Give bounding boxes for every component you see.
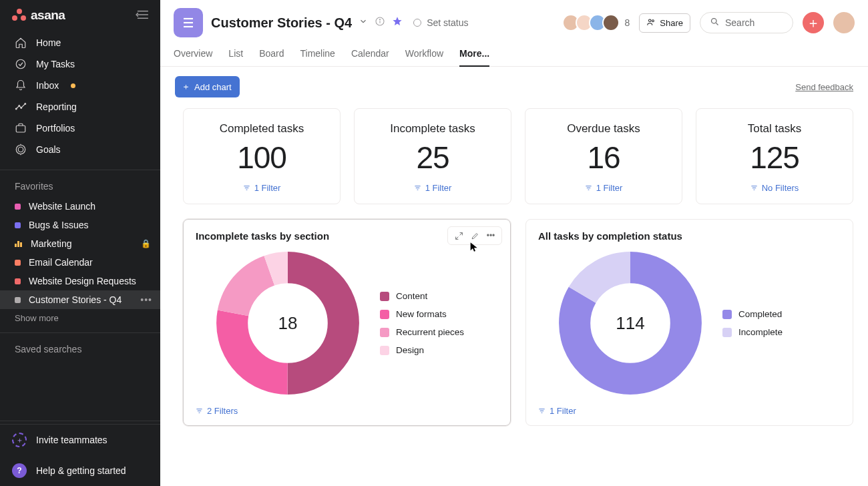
main-content: Customer Stories - Q4 Set status 8 bbox=[160, 0, 868, 486]
folder-icon bbox=[15, 122, 27, 134]
project-icon[interactable] bbox=[174, 8, 203, 37]
nav-label: Reporting bbox=[36, 101, 77, 112]
favorite-email-calendar[interactable]: Email Calendar bbox=[0, 253, 160, 272]
nav-my-tasks[interactable]: My Tasks bbox=[0, 53, 160, 75]
nav-inbox[interactable]: Inbox bbox=[0, 75, 160, 96]
member-avatars[interactable]: 8 bbox=[562, 14, 630, 31]
tab-timeline[interactable]: Timeline bbox=[300, 44, 335, 66]
logo[interactable]: asana bbox=[12, 8, 65, 23]
info-icon[interactable] bbox=[375, 16, 385, 29]
legend-item: Incomplete bbox=[722, 327, 783, 337]
favorite-website-design-requests[interactable]: Website Design Requests bbox=[0, 272, 160, 290]
nav-label: Home bbox=[36, 37, 61, 48]
invite-icon: ＋ bbox=[12, 433, 27, 447]
saved-searches-heading: Saved searches bbox=[0, 336, 160, 360]
quick-add-button[interactable]: ＋ bbox=[803, 12, 824, 33]
filter-link[interactable]: 2 Filters bbox=[196, 402, 498, 416]
favorite-bugs-issues[interactable]: Bugs & Issues bbox=[0, 216, 160, 234]
tab-calendar[interactable]: Calendar bbox=[351, 44, 389, 66]
favorite-website-launch[interactable]: Website Launch bbox=[0, 197, 160, 216]
legend-item: Recurrent pieces bbox=[380, 327, 464, 337]
star-icon[interactable] bbox=[392, 16, 403, 29]
filter-link[interactable]: 1 Filter bbox=[243, 183, 281, 193]
primary-nav: Home My Tasks Inbox Reporting Portfolios bbox=[0, 28, 160, 167]
tab-more[interactable]: More... bbox=[459, 44, 489, 67]
svg-point-5 bbox=[19, 105, 20, 107]
nav-label: My Tasks bbox=[36, 59, 75, 69]
filter-link[interactable]: 1 Filter bbox=[585, 183, 623, 193]
svg-line-37 bbox=[455, 236, 458, 239]
nav-home[interactable]: Home bbox=[0, 32, 160, 53]
svg-point-4 bbox=[15, 108, 17, 109]
target-icon bbox=[15, 144, 27, 156]
asana-logo-icon bbox=[12, 9, 27, 22]
svg-rect-8 bbox=[16, 126, 25, 132]
bell-icon bbox=[15, 79, 27, 91]
check-circle-icon bbox=[15, 58, 27, 70]
search-icon bbox=[710, 17, 720, 29]
nav-label: Goals bbox=[36, 144, 61, 155]
filter-link[interactable]: 1 Filter bbox=[414, 183, 452, 193]
project-header: Customer Stories - Q4 Set status 8 bbox=[160, 0, 868, 37]
svg-point-22 bbox=[712, 19, 717, 24]
set-status-button[interactable]: Set status bbox=[413, 17, 468, 28]
bars-icon bbox=[15, 240, 23, 247]
svg-line-36 bbox=[459, 232, 462, 235]
add-chart-button[interactable]: ＋ Add chart bbox=[175, 76, 240, 97]
donut-chart: 114 bbox=[557, 250, 704, 397]
invite-teammates[interactable]: ＋ Invite teammates bbox=[0, 425, 160, 455]
svg-point-7 bbox=[25, 103, 26, 105]
stat-overdue-tasks[interactable]: Overdue tasks 16 1 Filter bbox=[525, 108, 682, 204]
chart-incomplete-by-section[interactable]: ••• Incomplete tasks by section 18 Conte… bbox=[183, 219, 511, 426]
show-more-favorites[interactable]: Show more bbox=[0, 309, 160, 330]
send-feedback-link[interactable]: Send feedback bbox=[795, 82, 853, 92]
nav-label: Portfolios bbox=[36, 123, 75, 134]
chart-all-tasks-completion[interactable]: All tasks by completion status 114 Compl… bbox=[525, 219, 853, 426]
nav-reporting[interactable]: Reporting bbox=[0, 96, 160, 117]
svg-line-23 bbox=[716, 23, 718, 25]
nav-portfolios[interactable]: Portfolios bbox=[0, 117, 160, 139]
edit-icon[interactable] bbox=[468, 230, 481, 242]
svg-point-10 bbox=[18, 147, 23, 152]
svg-point-6 bbox=[21, 107, 22, 109]
tab-workflow[interactable]: Workflow bbox=[405, 44, 443, 66]
tab-overview[interactable]: Overview bbox=[174, 44, 212, 66]
project-title[interactable]: Customer Stories - Q4 bbox=[211, 15, 352, 31]
favorites-heading: Favorites bbox=[0, 173, 160, 197]
more-icon[interactable]: ••• bbox=[140, 294, 152, 305]
svg-point-9 bbox=[16, 145, 25, 154]
filter-link[interactable]: 1 Filter bbox=[538, 402, 841, 416]
legend-item: Design bbox=[380, 345, 464, 355]
expand-icon[interactable] bbox=[452, 230, 465, 242]
brand-name: asana bbox=[31, 8, 65, 23]
favorites-list: Website Launch Bugs & Issues Marketing🔒 … bbox=[0, 197, 160, 309]
dashboard-toolbar: ＋ Add chart Send feedback bbox=[160, 67, 868, 104]
donut-chart: 18 bbox=[214, 250, 361, 397]
help-icon: ? bbox=[12, 463, 27, 478]
stat-total-tasks[interactable]: Total tasks 125 No Filters bbox=[696, 108, 853, 204]
legend-item: New formats bbox=[380, 309, 464, 319]
user-avatar[interactable] bbox=[833, 12, 855, 33]
legend-item: Completed bbox=[722, 309, 783, 319]
lock-icon: 🔒 bbox=[141, 239, 151, 248]
status-circle-icon bbox=[413, 19, 421, 27]
favorite-marketing[interactable]: Marketing🔒 bbox=[0, 234, 160, 253]
stat-incomplete-tasks[interactable]: Incomplete tasks 25 1 Filter bbox=[354, 108, 511, 204]
search-input[interactable]: Search bbox=[700, 12, 793, 33]
filter-link[interactable]: No Filters bbox=[750, 183, 799, 193]
tab-board[interactable]: Board bbox=[259, 44, 284, 66]
collapse-sidebar-icon[interactable] bbox=[135, 9, 150, 22]
sidebar: asana Home My Tasks Inbox Reporti bbox=[0, 0, 160, 486]
svg-point-21 bbox=[652, 19, 654, 21]
chart-title: All tasks by completion status bbox=[538, 230, 841, 242]
svg-marker-19 bbox=[393, 17, 402, 25]
tab-list[interactable]: List bbox=[228, 44, 243, 66]
more-icon[interactable]: ••• bbox=[484, 230, 497, 242]
share-button[interactable]: Share bbox=[639, 13, 690, 33]
stat-completed-tasks[interactable]: Completed tasks 100 1 Filter bbox=[183, 108, 341, 204]
help-getting-started[interactable]: ? Help & getting started bbox=[0, 455, 160, 486]
nav-goals[interactable]: Goals bbox=[0, 139, 160, 160]
chart-legend: Completed Incomplete bbox=[722, 309, 783, 337]
chevron-down-icon[interactable] bbox=[359, 17, 368, 29]
favorite-customer-stories-q4[interactable]: Customer Stories - Q4••• bbox=[0, 290, 160, 309]
